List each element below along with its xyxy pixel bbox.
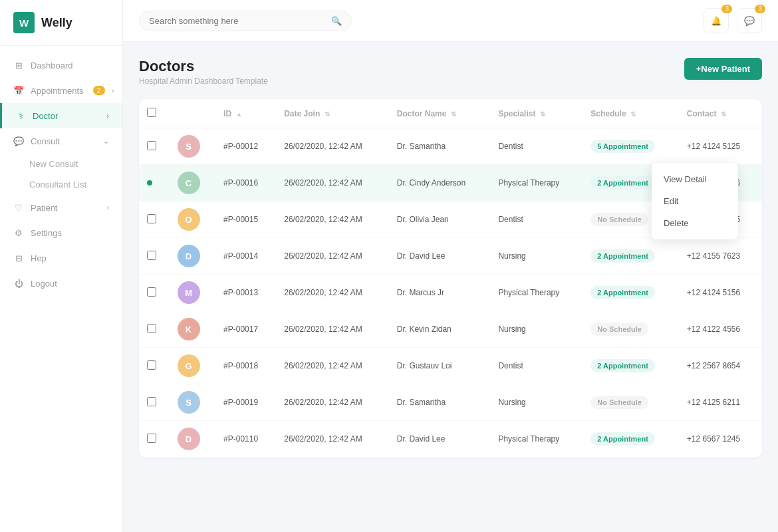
message-icon: 💬 xyxy=(744,16,755,26)
schedule-badge: 2 Appointment xyxy=(590,249,655,263)
doctor-id: #P-00016 xyxy=(215,165,276,201)
row-checkbox[interactable] xyxy=(147,214,156,223)
doctor-date: 26/02/2020, 12:42 AM xyxy=(276,128,389,165)
panel-col-id: ID ▲ xyxy=(215,99,276,128)
schedule-badge: 2 Appointment xyxy=(590,176,655,190)
panel-nav-hep[interactable]: ⊟ Hep xyxy=(0,245,122,271)
panel-topbar: 🔍 🔔 3 💬 3 xyxy=(123,0,778,42)
panel-content: Doctors Hospital Admin Dashboard Templat… xyxy=(123,42,778,532)
panel-sidebar-nav: ⊞ Dashboard 📅 Appointments 2 › ⚕ Doctor … xyxy=(0,46,122,532)
panel-nav-appointments[interactable]: 📅 Appointments 2 › xyxy=(0,78,122,103)
chevron-down-icon: ⌄ xyxy=(103,137,109,146)
panel-col-date: Date Join ⇅ xyxy=(276,99,389,128)
panel-topbar-actions: 🔔 3 💬 3 xyxy=(704,8,762,33)
doctor-avatar: D xyxy=(178,245,200,267)
doctor-date: 26/02/2020, 12:42 AM xyxy=(276,275,389,311)
panel-col-schedule: Schedule ⇅ xyxy=(583,99,679,128)
chevron-right-icon: › xyxy=(112,86,114,94)
table-row: M #P-00013 26/02/2020, 12:42 AM Dr. Marc… xyxy=(139,275,762,311)
table-row: K #P-00017 26/02/2020, 12:42 AM Dr. Kevi… xyxy=(139,311,762,348)
gear-icon: ⚙ xyxy=(13,227,24,238)
doctor-name: Dr. David Lee xyxy=(389,238,491,275)
table-icon: ⊟ xyxy=(13,253,24,263)
doctor-name: Dr. Samantha xyxy=(389,128,491,165)
panel-sidebar: W Welly ⊞ Dashboard 📅 Appointments 2 › ⚕… xyxy=(0,0,123,532)
panel-col-name: Doctor Name ⇅ xyxy=(389,99,491,128)
schedule-badge: No Schedule xyxy=(590,213,648,226)
doctor-avatar: D xyxy=(178,428,200,450)
power-icon: ⏻ xyxy=(13,278,24,289)
doctor-name: Dr. Samantha xyxy=(389,384,491,421)
panel-nav-settings[interactable]: ⚙ Settings xyxy=(0,220,122,245)
panel-notification-badge: 3 xyxy=(721,5,732,13)
doctor-id: #P-00110 xyxy=(215,421,276,458)
doctor-specialist: Dentist xyxy=(490,128,583,165)
doctor-avatar: S xyxy=(178,135,200,158)
context-edit[interactable]: Edit xyxy=(652,190,738,212)
panel-search-box[interactable]: 🔍 xyxy=(139,11,352,31)
doctor-contact: +12 4124 5156 xyxy=(679,275,762,311)
row-checkbox[interactable] xyxy=(147,141,156,150)
panel-nav-logout[interactable]: ⏻ Logout xyxy=(0,271,122,296)
panel-nav-new-consult[interactable]: New Consult xyxy=(29,154,122,174)
panel-nav-dashboard[interactable]: ⊞ Dashboard xyxy=(0,53,122,78)
chevron-right-icon: › xyxy=(106,203,109,211)
doctor-id: #P-00012 xyxy=(215,128,276,165)
panel-col-contact: Contact ⇅ xyxy=(679,99,762,128)
table-row: G #P-00018 26/02/2020, 12:42 AM Dr. Gust… xyxy=(139,348,762,384)
context-menu: View Detail Edit Delete xyxy=(652,163,738,239)
panel-logo-name: Welly xyxy=(41,16,72,30)
context-view-detail[interactable]: View Detail xyxy=(652,168,738,190)
context-delete[interactable]: Delete xyxy=(652,212,738,234)
heart-icon: ♡ xyxy=(13,202,24,213)
doctor-avatar: C xyxy=(178,172,200,194)
panel-nav-doctor[interactable]: ⚕ Doctor › xyxy=(0,103,122,128)
doctor-name: Dr. Kevin Zidan xyxy=(389,311,491,348)
chevron-right-icon: › xyxy=(106,112,109,120)
row-checkbox[interactable] xyxy=(147,324,156,333)
row-checkbox[interactable] xyxy=(147,397,156,406)
doctor-date: 26/02/2020, 12:42 AM xyxy=(276,238,389,275)
doctor-date: 26/02/2020, 12:42 AM xyxy=(276,311,389,348)
panel-page-subtitle: Hospital Admin Dashboard Template xyxy=(139,76,268,86)
panel-nav-consult[interactable]: 💬 Consult ⌄ xyxy=(0,128,122,154)
grid-icon: ⊞ xyxy=(13,60,24,70)
doctor-name: Dr. Olivia Jean xyxy=(389,201,491,238)
online-indicator xyxy=(147,180,152,186)
doctor-specialist: Physical Therapy xyxy=(490,275,583,311)
doctor-date: 26/02/2020, 12:42 AM xyxy=(276,384,389,421)
panel-search-input[interactable] xyxy=(149,16,326,26)
row-checkbox[interactable] xyxy=(147,360,156,370)
panel-new-patient-button[interactable]: +New Patient xyxy=(684,58,762,80)
panel-nav-sub: New Consult Consultant List xyxy=(0,154,122,195)
doctor-date: 26/02/2020, 12:42 AM xyxy=(276,421,389,458)
panel-table: ID ▲ Date Join ⇅ Doctor Name ⇅ Specialis… xyxy=(139,99,762,458)
panel-main: 🔍 🔔 3 💬 3 Doctors xyxy=(123,0,778,532)
panel-col-specialist: Specialist ⇅ xyxy=(490,99,583,128)
panel-doctors-table: ID ▲ Date Join ⇅ Doctor Name ⇅ Specialis… xyxy=(139,99,762,458)
table-row: S #P-00019 26/02/2020, 12:42 AM Dr. Sama… xyxy=(139,384,762,421)
schedule-badge: 5 Appointment xyxy=(590,140,655,153)
doctor-specialist: Nursing xyxy=(490,311,583,348)
panel-logo-box: W xyxy=(13,12,35,33)
doctor-avatar: O xyxy=(178,208,200,231)
chat-icon: 💬 xyxy=(13,136,24,146)
schedule-badge: No Schedule xyxy=(590,323,648,336)
panel-select-all[interactable] xyxy=(147,108,156,117)
row-checkbox[interactable] xyxy=(147,287,156,297)
panel-nav-consultant-list[interactable]: Consultant List xyxy=(29,174,122,195)
panel-nav-patient[interactable]: ♡ Patient › xyxy=(0,195,122,220)
panel-message-btn[interactable]: 💬 3 xyxy=(737,8,762,33)
stethoscope-icon: ⚕ xyxy=(15,110,26,121)
panel-notification-btn[interactable]: 🔔 3 xyxy=(704,8,729,33)
doctor-name: Dr. David Lee xyxy=(389,421,491,458)
panel-page-header: Doctors Hospital Admin Dashboard Templat… xyxy=(139,58,762,86)
doctor-specialist: Nursing xyxy=(490,238,583,275)
doctor-specialist: Dentist xyxy=(490,348,583,384)
doctor-name: Dr. Cindy Anderson xyxy=(389,165,491,201)
doctor-contact: +12 4125 6211 xyxy=(679,384,762,421)
row-checkbox[interactable] xyxy=(147,434,156,443)
row-checkbox[interactable] xyxy=(147,251,156,260)
schedule-badge: 2 Appointment xyxy=(590,359,655,372)
panel-table-header: ID ▲ Date Join ⇅ Doctor Name ⇅ Specialis… xyxy=(139,99,762,128)
